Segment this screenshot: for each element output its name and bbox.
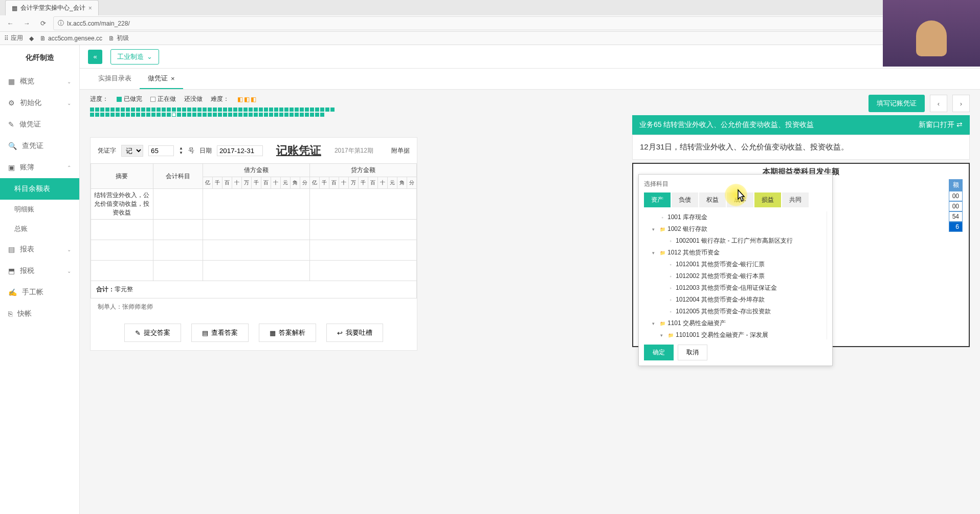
progress-box[interactable]: [192, 108, 196, 112]
progress-box[interactable]: [136, 108, 140, 112]
progress-box[interactable]: [325, 108, 329, 112]
progress-box[interactable]: [243, 113, 248, 117]
progress-box[interactable]: [274, 108, 278, 112]
progress-box[interactable]: [269, 113, 273, 117]
progress-box[interactable]: [279, 113, 283, 117]
progress-box[interactable]: [213, 108, 217, 112]
progress-box[interactable]: [228, 108, 232, 112]
toggle-icon[interactable]: ▾: [652, 321, 657, 326]
back-button[interactable]: ←: [4, 17, 16, 30]
progress-box[interactable]: [233, 108, 237, 112]
tree-item[interactable]: ▾📁1101 交易性金融资产: [644, 317, 825, 329]
sidebar-item-general[interactable]: 总账: [0, 219, 79, 239]
progress-box[interactable]: [223, 108, 227, 112]
progress-box[interactable]: [162, 113, 166, 117]
tree-item[interactable]: ▫1001 库存现金: [644, 211, 825, 223]
progress-box[interactable]: [203, 108, 207, 112]
progress-box[interactable]: [320, 113, 324, 117]
picker-tab-equity[interactable]: 权益: [699, 192, 726, 207]
spinner-up[interactable]: ▲: [179, 146, 183, 151]
progress-box[interactable]: [131, 113, 135, 117]
progress-box[interactable]: [279, 108, 283, 112]
progress-box[interactable]: [208, 113, 212, 117]
progress-box[interactable]: [177, 113, 181, 117]
progress-box[interactable]: [284, 108, 288, 112]
progress-box[interactable]: [121, 113, 125, 117]
collapse-button[interactable]: «: [88, 50, 102, 64]
progress-box[interactable]: [90, 113, 94, 117]
progress-box[interactable]: [320, 108, 324, 112]
complain-button[interactable]: ↩ 我要吐槽: [326, 324, 383, 342]
progress-box[interactable]: [197, 113, 202, 117]
progress-box[interactable]: [218, 108, 222, 112]
progress-box[interactable]: [264, 113, 268, 117]
toggle-icon[interactable]: ▾: [652, 250, 657, 255]
progress-box[interactable]: [105, 108, 109, 112]
toggle-icon[interactable]: ▾: [660, 333, 665, 338]
progress-box[interactable]: [315, 113, 319, 117]
sidebar-item-manual[interactable]: ✍ 手工帐: [0, 282, 79, 303]
spinner-down[interactable]: ▼: [179, 151, 183, 155]
progress-box[interactable]: [172, 108, 176, 112]
cancel-button[interactable]: 取消: [678, 345, 707, 360]
fill-voucher-button[interactable]: 填写记账凭证: [868, 95, 925, 112]
voucher-word-select[interactable]: 记: [121, 145, 143, 157]
confirm-button[interactable]: 确定: [644, 345, 674, 360]
progress-box[interactable]: [95, 108, 99, 112]
progress-box[interactable]: [146, 108, 150, 112]
progress-box[interactable]: [300, 108, 304, 112]
progress-box[interactable]: [151, 113, 155, 117]
progress-box[interactable]: [95, 113, 99, 117]
progress-box[interactable]: [228, 113, 232, 117]
next-button[interactable]: ›: [952, 95, 970, 112]
progress-box[interactable]: [162, 108, 166, 112]
progress-box[interactable]: [305, 108, 309, 112]
sidebar-item-ledger[interactable]: ▣ 账簿⌃: [0, 157, 79, 178]
tree-item[interactable]: ▫1012005 其他货币资金-存出投资款: [644, 306, 825, 317]
sidebar-item-view-voucher[interactable]: 🔍 查凭证: [0, 135, 79, 157]
tree-item[interactable]: ▾📁1002 银行存款: [644, 223, 825, 235]
progress-box[interactable]: [197, 108, 202, 112]
bookmark-primary[interactable]: 🗎 初级: [108, 34, 129, 42]
progress-box[interactable]: [264, 108, 268, 112]
summary-cell[interactable]: 结转营业外收入，公允价值变动收益，投资收益: [91, 189, 153, 220]
reload-button[interactable]: ⟳: [37, 17, 49, 30]
toggle-icon[interactable]: ▾: [652, 227, 657, 232]
progress-box[interactable]: [126, 113, 130, 117]
progress-box[interactable]: [116, 113, 120, 117]
progress-box[interactable]: [243, 108, 248, 112]
progress-box[interactable]: [259, 108, 263, 112]
progress-box[interactable]: [315, 108, 319, 112]
video-thumbnail[interactable]: [883, 0, 980, 67]
bookmark-gensee[interactable]: 🗎 acc5com.gensee.cc: [40, 35, 102, 42]
browser-tab[interactable]: ▦ 会计学堂实操中心_会计 ×: [5, 0, 99, 15]
sidebar-item-detail[interactable]: 明细账: [0, 200, 79, 219]
progress-box[interactable]: [233, 113, 237, 117]
progress-box[interactable]: [187, 113, 191, 117]
progress-box[interactable]: [192, 113, 196, 117]
progress-box[interactable]: [182, 113, 186, 117]
progress-box[interactable]: [157, 108, 161, 112]
progress-box[interactable]: [90, 108, 94, 112]
voucher-number-input[interactable]: [148, 145, 174, 156]
progress-box[interactable]: [249, 113, 253, 117]
progress-box[interactable]: [274, 113, 278, 117]
progress-box[interactable]: [310, 113, 314, 117]
sidebar-item-init[interactable]: ⚙ 初始化⌄: [0, 92, 79, 114]
progress-box[interactable]: [110, 108, 115, 112]
progress-box[interactable]: [259, 113, 263, 117]
progress-box[interactable]: [254, 108, 258, 112]
tree-item[interactable]: ▫1012003 其他货币资金-信用证保证金: [644, 282, 825, 294]
sidebar-item-make-voucher[interactable]: ✎ 做凭证: [0, 114, 79, 135]
progress-box[interactable]: [141, 108, 145, 112]
apps-button[interactable]: ⠿ 应用: [4, 34, 23, 42]
progress-box[interactable]: [238, 113, 242, 117]
progress-box[interactable]: [157, 113, 161, 117]
sidebar-item-overview[interactable]: ▦ 概览⌄: [0, 71, 79, 92]
sidebar-item-balance[interactable]: 科目余额表: [0, 178, 79, 200]
sidebar-item-tax[interactable]: ⬒ 报税⌄: [0, 260, 79, 282]
progress-box[interactable]: [100, 113, 104, 117]
picker-tab-profit-loss[interactable]: 损益: [754, 192, 781, 207]
close-icon[interactable]: ×: [171, 75, 175, 82]
tree-item[interactable]: ▫1012002 其他货币资金-银行本票: [644, 270, 825, 282]
